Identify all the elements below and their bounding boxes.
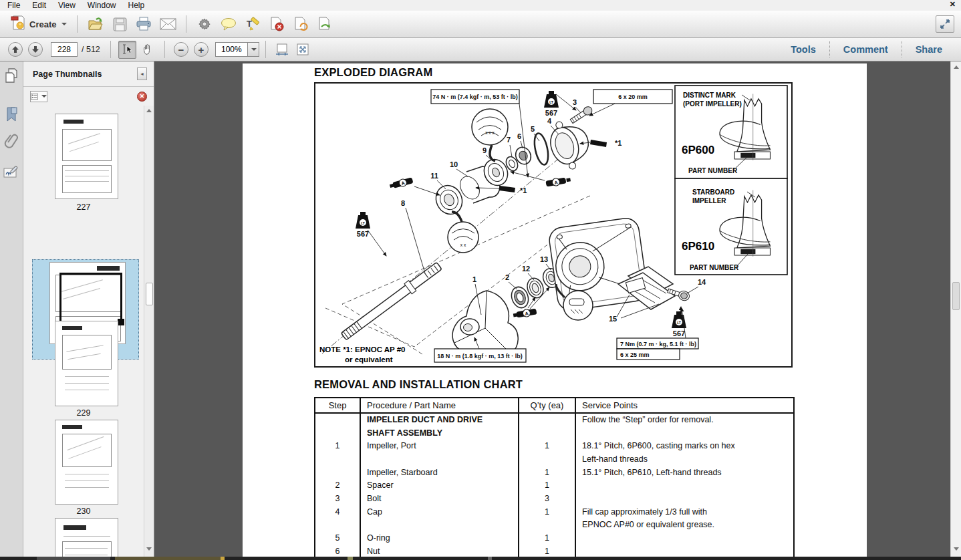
zoom-dropdown-button[interactable] (247, 42, 259, 57)
thumbnail-label: 227 (23, 202, 144, 212)
col-step: Step (315, 398, 360, 413)
svg-text:PART NUMBER: PART NUMBER (690, 264, 739, 271)
page-thumbnails-tab[interactable] (2, 67, 21, 84)
note-line-2: or equivalent (345, 356, 393, 364)
svg-text:6 x 20 mm: 6 x 20 mm (618, 94, 648, 100)
document-red-x-icon (269, 17, 284, 31)
export-page-button[interactable] (315, 14, 335, 34)
exploded-diagram: x x x x x (314, 82, 793, 368)
svg-text:LT: LT (549, 100, 553, 104)
starboard-impeller-reference-box: STARBOARD IMPELLER 6P610 PART NUMBER (675, 178, 787, 275)
gear-icon (197, 17, 212, 31)
chevron-down-icon (41, 95, 47, 98)
window-close-button[interactable]: ✕ (950, 0, 956, 9)
save-icon (113, 17, 127, 31)
chevron-down-icon (251, 48, 257, 51)
print-icon (136, 17, 152, 31)
share-panel-link[interactable]: Share (902, 44, 956, 55)
scrollbar-thumb[interactable] (146, 283, 153, 305)
fullscreen-button[interactable] (936, 15, 954, 33)
svg-text:12: 12 (522, 265, 530, 273)
rotate-page-button[interactable] (291, 14, 311, 34)
thumbnail-page-231[interactable] (55, 518, 118, 557)
thumbnails-scrollbar[interactable] (144, 106, 154, 557)
scroll-up-icon[interactable] (954, 65, 959, 69)
document-green-arrow-icon (317, 17, 332, 31)
taskbar-strip[interactable] (0, 557, 961, 560)
zoom-in-button[interactable]: + (194, 42, 209, 57)
highlight-text-button[interactable]: T (243, 14, 263, 34)
thumbnail-viewport-rect[interactable] (59, 273, 122, 323)
collapse-panel-button[interactable]: ◄ (137, 67, 147, 80)
menu-window[interactable]: Window (82, 1, 122, 10)
thumbnail-page-230[interactable] (55, 420, 118, 505)
hand-tool-button[interactable] (139, 41, 157, 59)
svg-text:8: 8 (401, 199, 405, 207)
zoom-out-button[interactable]: − (174, 42, 188, 57)
table-row: EPNOC AP#0 or equivalent grease. (315, 519, 794, 532)
svg-text:5: 5 (531, 125, 535, 133)
tools-panel-link[interactable]: Tools (777, 44, 829, 55)
print-button[interactable] (134, 14, 154, 34)
settings-button[interactable] (194, 14, 215, 34)
scroll-down-icon[interactable] (954, 547, 959, 551)
viewport-resize-handle[interactable] (118, 319, 124, 325)
col-qty: Q’ty (ea) (519, 398, 575, 413)
create-button[interactable]: Create (7, 13, 71, 35)
previous-page-button[interactable] (8, 42, 23, 57)
document-scrollbar[interactable] (950, 61, 961, 557)
page-total-label: / 512 (82, 45, 100, 54)
thumbnail-page-227[interactable] (55, 114, 118, 199)
fit-width-button[interactable] (273, 41, 291, 59)
delete-page-button[interactable] (267, 14, 287, 34)
email-button[interactable] (158, 14, 178, 34)
page-thumbnails-panel: Page Thumbnails ◄ ✕ 227 (23, 61, 154, 557)
thumbnails-list: 227 228 (23, 106, 144, 557)
comment-button[interactable] (219, 14, 239, 34)
zoom-level-value[interactable]: 100% (215, 42, 247, 57)
pages-icon (4, 67, 19, 84)
fit-page-icon (296, 43, 309, 56)
next-page-button[interactable] (28, 42, 43, 57)
create-pdf-icon (11, 15, 25, 33)
save-button[interactable] (110, 14, 130, 34)
svg-text:6 x 25 mm: 6 x 25 mm (620, 352, 650, 358)
comment-panel-link[interactable]: Comment (830, 44, 902, 55)
arrow-down-icon (31, 45, 39, 53)
table-row: 5O-ring1 (315, 531, 794, 545)
svg-text:x x: x x (460, 243, 466, 247)
scroll-up-icon[interactable] (146, 109, 152, 112)
scrollbar-thumb[interactable] (952, 282, 960, 310)
thumbnails-options-row: ✕ (23, 87, 154, 106)
expand-arrows-icon (940, 19, 950, 29)
select-cursor-icon (121, 43, 133, 55)
minus-icon: − (178, 45, 184, 55)
svg-text:3: 3 (573, 98, 577, 106)
page-number-input[interactable] (51, 42, 78, 57)
menu-help[interactable]: Help (122, 1, 151, 10)
thumbnail-options-button[interactable] (30, 91, 47, 102)
panel-title: Page Thumbnails (33, 69, 137, 79)
fit-page-button[interactable] (294, 41, 312, 59)
menu-file[interactable]: File (1, 1, 26, 10)
chevron-down-icon (61, 23, 67, 25)
svg-text:IMPELLER: IMPELLER (692, 197, 726, 204)
svg-text:567: 567 (545, 109, 557, 117)
open-file-button[interactable] (86, 14, 106, 34)
table-row: 3Bolt3 (315, 492, 794, 505)
signatures-tab[interactable] (2, 164, 21, 182)
page-heading-removal-chart: REMOVAL AND INSTALLATION CHART (314, 378, 523, 391)
scroll-down-icon[interactable] (146, 547, 152, 551)
menu-view[interactable]: View (52, 1, 82, 10)
menu-edit[interactable]: Edit (26, 1, 52, 10)
impeller-duct-housing (548, 217, 649, 312)
thumbnail-page-229[interactable] (55, 321, 118, 406)
create-label: Create (29, 19, 56, 29)
table-row: SHAFT ASSEMBLY (315, 426, 794, 440)
select-tool-button[interactable] (118, 41, 136, 59)
main-toolbar: Create T (0, 11, 961, 38)
close-panel-button[interactable]: ✕ (137, 92, 147, 102)
svg-text:6P610: 6P610 (682, 240, 714, 253)
attachments-tab[interactable] (2, 132, 21, 150)
bookmarks-tab[interactable] (2, 106, 21, 123)
